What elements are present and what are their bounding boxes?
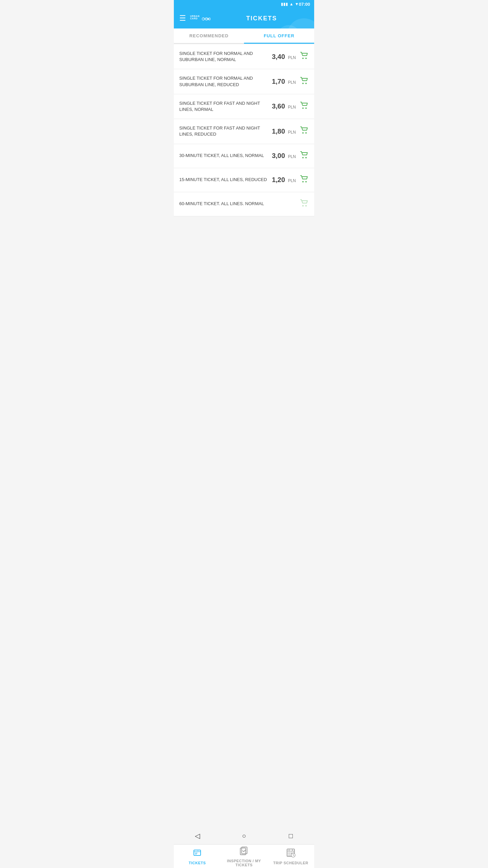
svg-point-16 xyxy=(302,181,304,182)
inspection-nav-label: INSPECTION / MY TICKETS xyxy=(221,859,267,867)
table-row[interactable]: 30-MINUTE TICKET, ALL LINES, NORMAL 3,00… xyxy=(174,144,314,168)
svg-point-12 xyxy=(302,132,304,134)
app-header: ☰ URBAN CARD TICKETS xyxy=(174,8,314,28)
svg-point-10 xyxy=(302,107,304,109)
battery-icon: ▮▮▮ xyxy=(281,2,288,6)
add-to-cart-icon[interactable] xyxy=(299,101,309,112)
add-to-cart-icon[interactable] xyxy=(299,125,309,137)
ticket-price: 3,60 PLN xyxy=(272,102,296,110)
add-to-cart-icon[interactable] xyxy=(299,76,309,87)
ticket-price-area: 3,60 PLN xyxy=(272,101,309,112)
add-to-cart-icon[interactable] xyxy=(299,51,309,62)
svg-text:URBAN: URBAN xyxy=(190,15,200,17)
ticket-price xyxy=(295,200,296,208)
table-row[interactable]: SINGLE TICKET FOR FAST AND NIGHT LINES, … xyxy=(174,119,314,144)
tab-bar: RECOMMENDED FULL OFFER xyxy=(174,28,314,44)
tickets-nav-label: TICKETS xyxy=(189,861,206,865)
svg-point-11 xyxy=(305,107,307,109)
svg-point-7 xyxy=(305,58,307,59)
table-row[interactable]: 15-MINUTE TICKET, ALL LINES, REDUCED 1,2… xyxy=(174,168,314,192)
ticket-price-area: 3,00 PLN xyxy=(272,150,309,162)
ticket-description: SINGLE TICKET FOR FAST AND NIGHT LINES, … xyxy=(179,100,272,113)
hamburger-menu-icon[interactable]: ☰ xyxy=(179,14,186,23)
wifi-icon: ▼ xyxy=(295,2,299,6)
ticket-price: 1,20 PLN xyxy=(272,176,296,184)
table-row[interactable]: SINGLE TICKET FOR NORMAL AND SUBURBAN LI… xyxy=(174,69,314,94)
svg-rect-20 xyxy=(194,850,201,855)
ticket-list-container: SINGLE TICKET FOR NORMAL AND SUBURBAN LI… xyxy=(174,44,314,257)
svg-text:CARD: CARD xyxy=(190,17,198,20)
ticket-description: SINGLE TICKET FOR FAST AND NIGHT LINES, … xyxy=(179,125,272,137)
svg-point-15 xyxy=(305,157,307,158)
add-to-cart-icon[interactable] xyxy=(299,150,309,162)
logo-svg: URBAN CARD xyxy=(190,13,210,23)
svg-point-18 xyxy=(302,205,304,206)
svg-point-8 xyxy=(302,83,304,84)
ticket-description: 30-MINUTE TICKET, ALL LINES, NORMAL xyxy=(179,153,272,159)
ticket-description: 60-MINUTE TICKET. ALL LINES. NORMAL xyxy=(179,201,295,207)
ticket-price: 3,40 PLN xyxy=(272,53,296,61)
ticket-price: 3,00 PLN xyxy=(272,152,296,160)
trip-scheduler-nav-label: TRIP SCHEDULER xyxy=(273,861,308,865)
ticket-price-area: 1,80 PLN xyxy=(272,125,309,137)
ticket-price-area: 1,20 PLN xyxy=(272,174,309,186)
add-to-cart-icon[interactable] xyxy=(299,174,309,186)
ticket-description: 15-MINUTE TICKET, ALL LINES, REDUCED xyxy=(179,177,272,183)
inspection-nav-icon xyxy=(239,846,249,857)
svg-point-14 xyxy=(302,157,304,158)
ticket-description: SINGLE TICKET FOR NORMAL AND SUBURBAN LI… xyxy=(179,51,272,63)
system-nav-bar: ◁ ○ □ xyxy=(174,827,314,844)
page-title: TICKETS xyxy=(246,15,277,22)
nav-item-tickets[interactable]: TICKETS xyxy=(174,845,221,868)
svg-line-35 xyxy=(293,855,294,855)
app-logo: URBAN CARD xyxy=(190,13,210,23)
table-row[interactable]: SINGLE TICKET FOR FAST AND NIGHT LINES, … xyxy=(174,94,314,119)
ticket-price-area xyxy=(295,198,309,210)
nav-item-inspection[interactable]: INSPECTION / MY TICKETS xyxy=(221,845,267,868)
ticket-price: 1,70 PLN xyxy=(272,78,296,85)
home-button[interactable]: ○ xyxy=(237,829,251,843)
recent-apps-button[interactable]: □ xyxy=(284,829,298,843)
ticket-description: SINGLE TICKET FOR NORMAL AND SUBURBAN LI… xyxy=(179,75,272,87)
tickets-nav-icon xyxy=(192,848,202,860)
svg-point-17 xyxy=(305,181,307,182)
trip-scheduler-nav-icon xyxy=(286,848,296,860)
back-button[interactable]: ◁ xyxy=(190,829,204,843)
ticket-price: 1,80 PLN xyxy=(272,127,296,135)
status-time: 07:00 xyxy=(299,2,310,7)
tab-full-offer[interactable]: FULL OFFER xyxy=(244,28,314,43)
bottom-navigation: TICKETS INSPECTION / MY TICKETS xyxy=(174,844,314,868)
svg-point-9 xyxy=(305,83,307,84)
svg-point-13 xyxy=(305,132,307,134)
signal-icon: ▲ xyxy=(289,2,293,6)
table-row[interactable]: 60-MINUTE TICKET. ALL LINES. NORMAL xyxy=(174,192,314,216)
add-to-cart-icon[interactable] xyxy=(299,198,309,210)
svg-point-19 xyxy=(305,205,307,206)
status-bar: ▮▮▮ ▲ ▼ 07:00 xyxy=(174,0,314,8)
table-row[interactable]: SINGLE TICKET FOR NORMAL AND SUBURBAN LI… xyxy=(174,44,314,69)
nav-item-trip-scheduler[interactable]: TRIP SCHEDULER xyxy=(267,845,314,868)
tab-recommended[interactable]: RECOMMENDED xyxy=(174,28,244,43)
ticket-list: SINGLE TICKET FOR NORMAL AND SUBURBAN LI… xyxy=(174,44,314,216)
ticket-price-area: 1,70 PLN xyxy=(272,76,309,87)
ticket-price-area: 3,40 PLN xyxy=(272,51,309,62)
svg-point-6 xyxy=(302,58,304,59)
